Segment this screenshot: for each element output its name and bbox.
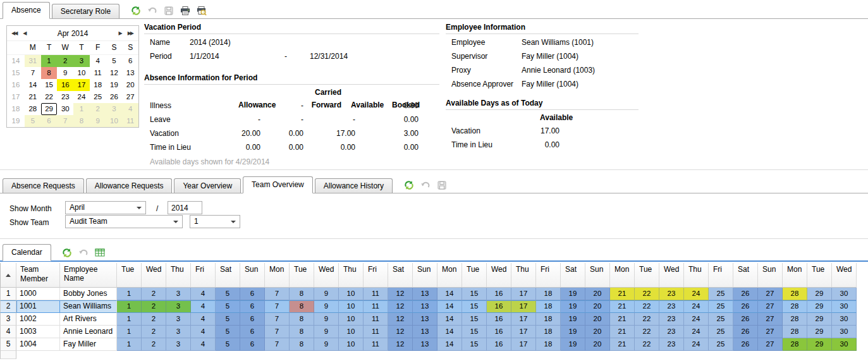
day-cell[interactable]: 26	[733, 326, 758, 338]
tab-allowance-history[interactable]: Allowance History	[315, 178, 393, 193]
calendar-day[interactable]: 20	[122, 79, 138, 91]
day-cell[interactable]: 29	[807, 338, 832, 351]
day-cell[interactable]: 15	[462, 338, 487, 351]
day-column-header[interactable]: Wed	[832, 263, 857, 288]
day-cell[interactable]: 22	[635, 300, 659, 313]
refresh-icon[interactable]	[130, 5, 141, 16]
day-cell[interactable]: 4	[191, 326, 216, 338]
day-cell[interactable]: 14	[437, 326, 462, 338]
day-cell[interactable]: 27	[758, 288, 783, 300]
tab-calendar[interactable]: Calendar	[3, 244, 51, 261]
calendar-day[interactable]: 9	[57, 67, 73, 79]
team-dropdown[interactable]: Audit Team	[65, 215, 183, 228]
day-cell[interactable]: 10	[339, 288, 364, 300]
day-cell[interactable]: 25	[709, 288, 733, 300]
day-cell[interactable]: 4	[191, 300, 216, 313]
print-preview-icon[interactable]	[196, 5, 207, 16]
calendar-day[interactable]: 2	[57, 55, 73, 67]
day-cell[interactable]: 10	[339, 313, 364, 326]
day-cell[interactable]: 16	[487, 300, 511, 313]
calendar-day[interactable]: 15	[41, 79, 58, 91]
day-cell[interactable]: 24	[684, 313, 709, 326]
day-cell[interactable]: 16	[487, 313, 511, 326]
team-member-cell[interactable]: 1002	[16, 313, 60, 326]
calendar-day[interactable]: 4	[122, 103, 138, 115]
year-input[interactable]	[168, 201, 202, 214]
day-cell[interactable]: 29	[807, 313, 832, 326]
day-cell[interactable]: 25	[709, 300, 733, 313]
day-column-header[interactable]: Thu	[166, 263, 191, 288]
day-cell[interactable]: 3	[166, 300, 191, 313]
day-cell[interactable]: 2	[142, 300, 166, 313]
calendar-day[interactable]: 7	[57, 115, 73, 127]
day-cell[interactable]: 17	[511, 326, 536, 338]
day-cell[interactable]: 12	[388, 288, 413, 300]
day-cell[interactable]: 14	[437, 288, 462, 300]
day-cell[interactable]: 4	[191, 338, 216, 351]
calendar-day[interactable]: 17	[73, 79, 90, 91]
day-cell[interactable]: 28	[783, 313, 807, 326]
row-number-column-header[interactable]	[0, 263, 16, 288]
day-cell[interactable]: 30	[832, 326, 857, 338]
calendar-day[interactable]: 30	[57, 103, 73, 115]
save-icon[interactable]	[436, 180, 447, 190]
day-cell[interactable]: 14	[437, 338, 462, 351]
day-cell[interactable]: 14	[437, 313, 462, 326]
day-cell[interactable]: 4	[191, 313, 216, 326]
calendar-day[interactable]: 10	[106, 115, 123, 127]
day-cell[interactable]: 13	[413, 300, 437, 313]
day-cell[interactable]: 27	[758, 313, 783, 326]
day-column-header[interactable]: Tue	[117, 263, 142, 288]
day-cell[interactable]: 27	[758, 300, 783, 313]
calendar-day[interactable]: 7	[25, 67, 41, 79]
day-cell[interactable]: 1	[117, 313, 142, 326]
day-cell[interactable]: 12	[388, 300, 413, 313]
calendar-day[interactable]: 11	[122, 115, 138, 127]
day-cell[interactable]: 23	[659, 313, 684, 326]
day-cell[interactable]: 20	[585, 300, 610, 313]
team-member-cell[interactable]: 1000	[16, 288, 60, 300]
calendar-day[interactable]: 5	[106, 55, 123, 67]
day-cell[interactable]: 20	[585, 338, 610, 351]
day-cell[interactable]: 6	[240, 288, 265, 300]
day-cell[interactable]: 28	[783, 326, 807, 338]
employee-name-cell[interactable]: Bobby Jones	[60, 288, 117, 300]
day-cell[interactable]: 12	[388, 338, 413, 351]
day-cell[interactable]: 15	[462, 326, 487, 338]
day-column-header[interactable]: Sat	[388, 263, 413, 288]
day-column-header[interactable]: Wed	[142, 263, 166, 288]
calendar-day[interactable]: 3	[73, 55, 90, 67]
tab-secretary-role[interactable]: Secretary Role	[52, 4, 119, 18]
day-cell[interactable]: 26	[733, 313, 758, 326]
calendar-day[interactable]: 2	[90, 103, 106, 115]
day-column-header[interactable]: Sun	[413, 263, 437, 288]
calendar-day[interactable]: 22	[41, 91, 58, 103]
day-cell[interactable]: 26	[733, 300, 758, 313]
row-number-cell[interactable]: 1	[0, 288, 16, 300]
day-cell[interactable]: 3	[166, 288, 191, 300]
day-cell[interactable]: 23	[659, 300, 684, 313]
day-cell[interactable]: 18	[536, 338, 561, 351]
day-cell[interactable]: 30	[832, 288, 857, 300]
calendar-day[interactable]: 13	[122, 67, 138, 79]
day-column-header[interactable]: Sat	[216, 263, 240, 288]
day-cell[interactable]: 30	[832, 300, 857, 313]
day-cell[interactable]: 30	[832, 313, 857, 326]
day-cell[interactable]: 24	[684, 338, 709, 351]
day-cell[interactable]: 24	[684, 300, 709, 313]
day-cell[interactable]: 13	[413, 313, 437, 326]
day-cell[interactable]: 7	[265, 313, 290, 326]
day-cell[interactable]: 24	[684, 326, 709, 338]
calendar-day[interactable]: 1	[73, 103, 90, 115]
calendar-day[interactable]: 18	[90, 79, 106, 91]
day-column-header[interactable]: Fri	[191, 263, 216, 288]
day-cell[interactable]: 22	[635, 288, 659, 300]
day-cell[interactable]: 10	[339, 326, 364, 338]
day-cell[interactable]: 25	[709, 338, 733, 351]
day-cell[interactable]: 3	[166, 313, 191, 326]
day-cell[interactable]: 20	[585, 326, 610, 338]
day-column-header[interactable]: Mon	[437, 263, 462, 288]
calendar-day[interactable]: 25	[90, 91, 106, 103]
day-cell[interactable]: 9	[314, 288, 339, 300]
day-column-header[interactable]: Sat	[561, 263, 585, 288]
